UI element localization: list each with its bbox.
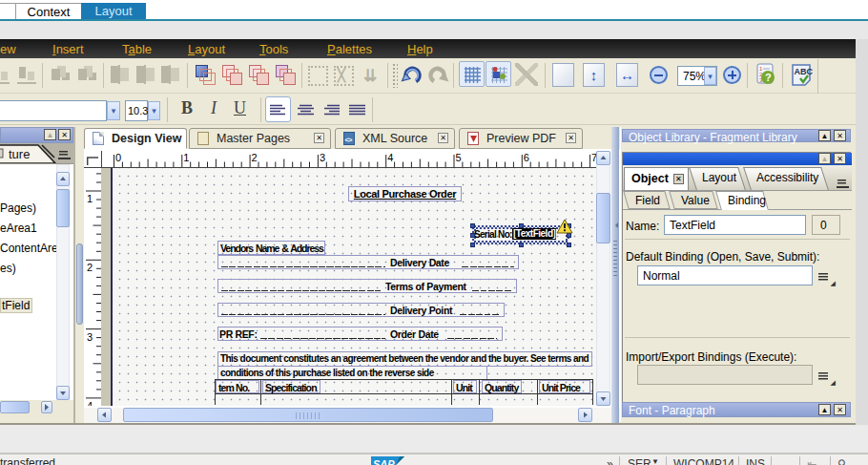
svg-text:4: 4 bbox=[387, 152, 393, 163]
svg-text:SAP: SAP bbox=[373, 458, 395, 465]
svg-text:6: 6 bbox=[524, 152, 529, 163]
svg-text:?: ? bbox=[765, 72, 772, 83]
svg-text:2: 2 bbox=[252, 152, 258, 163]
svg-text:3: 3 bbox=[87, 331, 93, 343]
svg-text:1: 1 bbox=[87, 193, 93, 204]
svg-text:2: 2 bbox=[87, 262, 93, 273]
svg-text:ABC: ABC bbox=[795, 67, 814, 76]
svg-text:5: 5 bbox=[456, 152, 462, 163]
svg-text:4: 4 bbox=[87, 400, 93, 406]
svg-text:ture: ture bbox=[9, 147, 30, 161]
svg-text:1: 1 bbox=[183, 152, 189, 163]
svg-text:0: 0 bbox=[115, 152, 121, 163]
svg-text:3: 3 bbox=[320, 152, 325, 163]
